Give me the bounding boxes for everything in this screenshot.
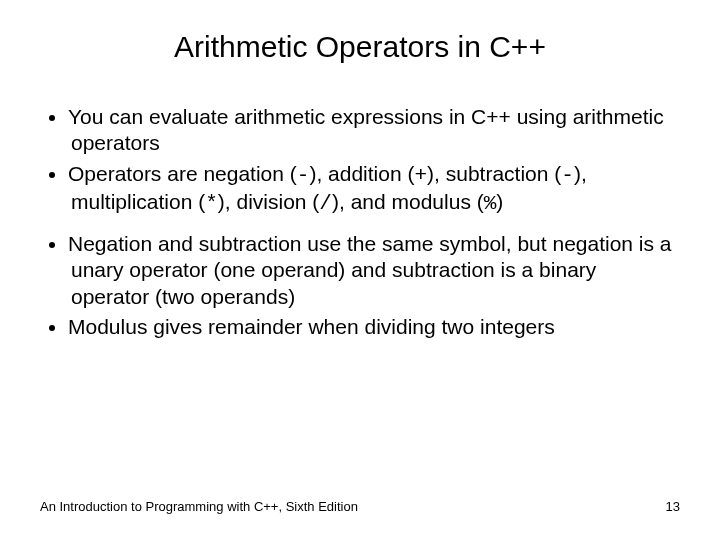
slide-body: You can evaluate arithmetic expressions … <box>40 104 680 499</box>
slide: Arithmetic Operators in C++ You can eval… <box>0 0 720 540</box>
operator-symbol: + <box>414 164 427 187</box>
bullet-list: Negation and subtraction use the same sy… <box>40 231 680 340</box>
operator-symbol: - <box>297 164 310 187</box>
bullet-item: Operators are negation (-), addition (+)… <box>68 161 680 218</box>
slide-footer: An Introduction to Programming with C++,… <box>40 499 680 520</box>
bullet-list: You can evaluate arithmetic expressions … <box>40 104 680 217</box>
text-fragment: ), subtraction ( <box>427 162 561 185</box>
slide-title: Arithmetic Operators in C++ <box>40 30 680 64</box>
text-fragment: ) <box>496 190 503 213</box>
bullet-item: You can evaluate arithmetic expressions … <box>68 104 680 157</box>
operator-symbol: - <box>561 164 574 187</box>
text-fragment: Operators are negation ( <box>68 162 297 185</box>
operator-symbol: * <box>205 192 218 215</box>
text-fragment: ), addition ( <box>309 162 414 185</box>
bullet-item: Negation and subtraction use the same sy… <box>68 231 680 310</box>
page-number: 13 <box>666 499 680 514</box>
operator-symbol: % <box>484 192 497 215</box>
footer-source: An Introduction to Programming with C++,… <box>40 499 358 514</box>
operator-symbol: / <box>319 192 332 215</box>
text-fragment: ), division ( <box>218 190 320 213</box>
text-fragment: ), and modulus ( <box>332 190 484 213</box>
bullet-item: Modulus gives remainder when dividing tw… <box>68 314 680 340</box>
